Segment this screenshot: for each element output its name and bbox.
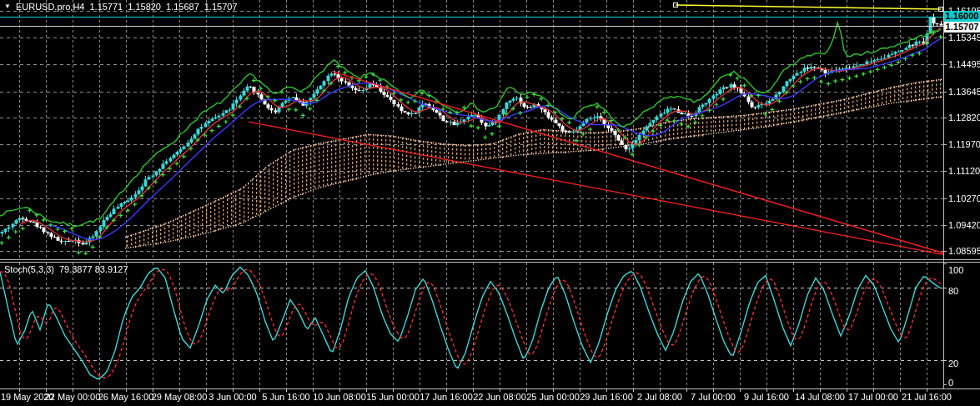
- time-axis-label: 5 Jun 16:00: [262, 392, 310, 402]
- stoch-axis-label: 100: [948, 265, 963, 275]
- time-axis-label: 10 Jun 08:00: [313, 392, 366, 402]
- time-axis-label: 26 May 16:00: [98, 392, 154, 402]
- time-axis-label: 22 Jun 08:00: [473, 392, 526, 402]
- chart-window: ▼ EURUSD.pro,H4 1.15771 1.15820 1.15687 …: [0, 0, 980, 406]
- symbol-dropdown-icon[interactable]: ▼: [4, 2, 11, 12]
- time-axis-label: 17 Jun 16:00: [420, 392, 473, 402]
- stochastic-label: Stoch(5,3,3) 79.3877 83.9127: [4, 264, 128, 274]
- stoch-axis-label: 20: [948, 358, 958, 368]
- alert-price-box[interactable]: 1.16000: [944, 11, 980, 22]
- time-axis-label: 15 Jun 00:00: [366, 392, 420, 402]
- chart-title: EURUSD.pro,H4: [16, 2, 85, 12]
- time-axis-label: 7 Jul 00:00: [691, 392, 736, 402]
- price-axis-label: 1.11970: [948, 139, 978, 149]
- time-axis-label: 14 Jul 08:00: [795, 392, 845, 402]
- stochastic-name: Stoch(5,3,3): [4, 264, 54, 274]
- stochastic-values: 79.3877 83.9127: [59, 264, 128, 274]
- ohlc-open: 1.15771: [89, 2, 123, 12]
- stoch-axis-label: 0: [948, 378, 953, 388]
- price-axis-label: 1.09420: [948, 220, 978, 230]
- chart-canvas[interactable]: [0, 0, 980, 406]
- price-axis-label: 1.08595: [948, 246, 978, 256]
- time-axis-label: 3 Jun 00:00: [209, 392, 257, 402]
- time-axis-label: 21 Jul 16:00: [902, 392, 952, 402]
- bid-price-box: 1.15707: [944, 22, 980, 33]
- time-axis-label: 9 Jul 16:00: [744, 392, 789, 402]
- stoch-axis-label: 80: [948, 286, 958, 296]
- price-axis-label: 1.11120: [948, 166, 978, 176]
- price-axis-label: 1.12820: [948, 113, 978, 123]
- price-axis-label: 1.15345: [948, 33, 978, 43]
- time-axis-label: 2 Jul 08:00: [637, 392, 682, 402]
- ohlc-low: 1.15687: [166, 2, 199, 12]
- time-axis-label: 22 May 00:00: [45, 392, 101, 402]
- chart-title-bar: ▼ EURUSD.pro,H4 1.15771 1.15820 1.15687 …: [4, 2, 238, 12]
- price-axis-label: 1.13645: [948, 87, 978, 97]
- time-axis-label: 25 Jun 00:00: [526, 392, 580, 402]
- time-axis-label: 29 May 08:00: [152, 392, 208, 402]
- ohlc-close: 1.15707: [204, 2, 238, 12]
- time-axis-label: 17 Jul 00:00: [848, 392, 898, 402]
- ohlc-high: 1.15820: [128, 2, 161, 12]
- price-axis-label: 1.14495: [948, 59, 978, 69]
- time-axis-label: 29 Jun 16:00: [580, 392, 633, 402]
- price-axis-label: 1.10270: [948, 193, 978, 203]
